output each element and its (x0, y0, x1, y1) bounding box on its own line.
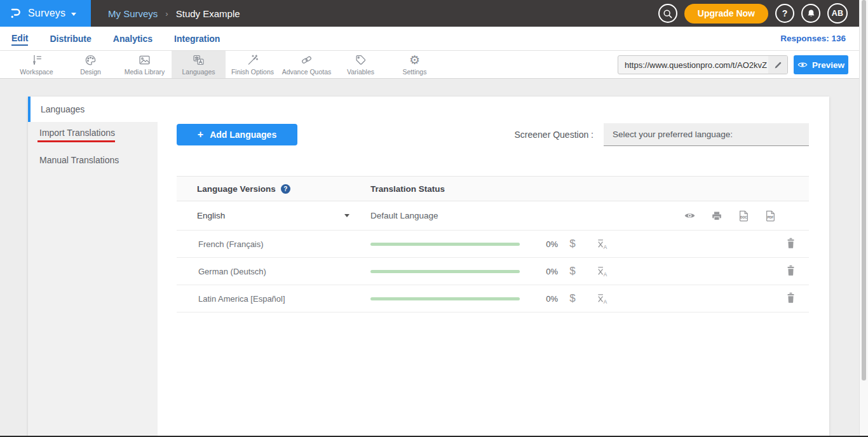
default-language-dropdown[interactable]: English (197, 211, 349, 220)
tool-languages[interactable]: Languages (172, 51, 226, 78)
print-icon[interactable] (711, 210, 722, 222)
svg-text:A: A (603, 271, 607, 277)
tool-label: Finish Options (231, 68, 274, 76)
app-menu-label: Surveys (28, 8, 65, 19)
tab-analytics[interactable]: Analytics (113, 32, 153, 45)
delete-language-button[interactable] (785, 264, 796, 279)
auto-translate-button[interactable]: A (587, 293, 616, 305)
export-actions: DOC PDF (684, 210, 776, 222)
translate-icon (192, 53, 205, 67)
sidebar-item-manual-translations[interactable]: Manual Translations (28, 147, 158, 173)
tool-label: Languages (182, 68, 215, 76)
paid-translation-icon[interactable]: $ (558, 238, 587, 250)
sidebar-item-label: Languages (41, 104, 85, 114)
auto-translate-button[interactable]: A (587, 238, 616, 250)
tool-label: Design (80, 68, 101, 76)
auto-translate-icon: A (596, 238, 608, 250)
magic-wand-icon (246, 53, 259, 67)
survey-url-value[interactable]: https://www.questionpro.com/t/AO2kvZ (618, 60, 768, 70)
breadcrumb-parent-link[interactable]: My Surveys (108, 8, 158, 19)
tag-icon (354, 53, 367, 67)
bell-icon (806, 8, 816, 18)
tab-edit[interactable]: Edit (11, 32, 28, 46)
tool-settings[interactable]: ⚙ Settings (388, 51, 442, 78)
view-eye-icon[interactable] (684, 212, 696, 220)
tab-integration[interactable]: Integration (174, 32, 220, 45)
trash-icon (785, 292, 796, 304)
table-row: English Default Language (177, 201, 809, 231)
language-name: French (Français) (177, 239, 370, 249)
table-row: Latin America [Español] 0% $ A (177, 285, 809, 313)
header-translation-status: Translation Status (370, 184, 445, 194)
progress-percent: 0% (527, 294, 558, 304)
screener-question-label: Screener Question : (514, 130, 593, 140)
export-pdf-icon[interactable]: PDF (764, 210, 776, 222)
breadcrumb-current: Study Example (176, 8, 240, 19)
tab-distribute[interactable]: Distribute (50, 32, 91, 45)
upgrade-now-button[interactable]: Upgrade Now (684, 4, 768, 24)
language-name-cell: English (177, 211, 370, 220)
tool-variables[interactable]: Variables (334, 51, 388, 78)
header-language-versions: Language Versions ? (177, 184, 370, 194)
sidebar-item-languages[interactable]: Languages (28, 97, 158, 122)
tool-label: Media Library (125, 68, 165, 76)
auto-translate-button[interactable]: A (587, 266, 616, 278)
tool-label: Workspace (20, 68, 53, 76)
sidebar-item-label: Manual Translations (39, 155, 119, 165)
paid-translation-icon[interactable]: $ (558, 292, 587, 305)
doc-label: DOC (740, 215, 747, 218)
svg-text:A: A (603, 244, 607, 250)
paid-translation-icon[interactable]: $ (558, 265, 587, 278)
user-avatar[interactable]: AB (827, 3, 848, 24)
language-name: German (Deutsch) (177, 267, 370, 276)
trash-icon (785, 264, 796, 276)
tool-finish-options[interactable]: Finish Options (226, 51, 280, 78)
tool-advance-quotas[interactable]: Advance Quotas (280, 51, 334, 78)
status-cell: Default Language (370, 211, 438, 220)
chain-link-icon (300, 53, 313, 67)
sidebar-item-import-translations[interactable]: Import Translations (28, 122, 158, 147)
eye-icon (797, 61, 808, 69)
question-mark-icon: ? (782, 8, 788, 18)
edit-url-button[interactable] (768, 56, 787, 74)
tool-media-library[interactable]: Media Library (118, 51, 172, 78)
languages-table: Language Versions ? Translation Status E… (177, 176, 809, 313)
responses-count[interactable]: Responses: 136 (780, 34, 846, 43)
actions-row: + Add Languages Screener Question : Sele… (177, 123, 809, 146)
tool-label: Advance Quotas (282, 68, 332, 76)
chevron-down-icon (71, 13, 76, 16)
help-icon[interactable]: ? (281, 184, 290, 194)
sidebar-item-label: Import Translations (37, 128, 115, 142)
pencil-icon (773, 60, 783, 70)
export-doc-icon[interactable]: DOC (738, 210, 749, 222)
auto-translate-icon: A (596, 293, 608, 305)
add-languages-button[interactable]: + Add Languages (177, 124, 297, 145)
notifications-button[interactable] (801, 4, 820, 23)
app-menu[interactable]: Surveys (0, 0, 91, 27)
workspace-icon (30, 53, 43, 67)
translation-progress-bar (370, 297, 520, 300)
survey-url-field[interactable]: https://www.questionpro.com/t/AO2kvZ (618, 55, 788, 74)
search-button[interactable] (658, 4, 677, 23)
language-name: Latin America [Español] (177, 294, 370, 304)
panel-main: + Add Languages Screener Question : Sele… (158, 97, 829, 437)
svg-text:A: A (603, 299, 607, 304)
screener-question-group: Screener Question : Select your preferre… (514, 123, 809, 146)
pdf-label: PDF (768, 215, 774, 218)
tool-workspace[interactable]: Workspace (10, 51, 64, 78)
delete-language-button[interactable] (785, 237, 796, 252)
toolbar-right-group: https://www.questionpro.com/t/AO2kvZ Pre… (618, 55, 848, 74)
delete-language-button[interactable] (785, 292, 796, 306)
edit-toolbar: Workspace Design Media Library (0, 51, 859, 79)
table-row: French (Français) 0% $ A (177, 231, 809, 258)
vertical-scrollbar[interactable] (859, 0, 868, 437)
help-button[interactable]: ? (775, 4, 794, 23)
tool-design[interactable]: Design (64, 51, 118, 78)
scrollbar-thumb[interactable] (862, 0, 866, 380)
chevron-down-icon (344, 214, 349, 217)
screener-question-select[interactable]: Select your preferred language: (604, 123, 809, 146)
header-label: Language Versions (197, 184, 276, 194)
preview-button[interactable]: Preview (794, 55, 848, 74)
app-window: Surveys My Surveys › Study Example Upgra… (0, 0, 859, 437)
trash-icon (785, 237, 796, 249)
